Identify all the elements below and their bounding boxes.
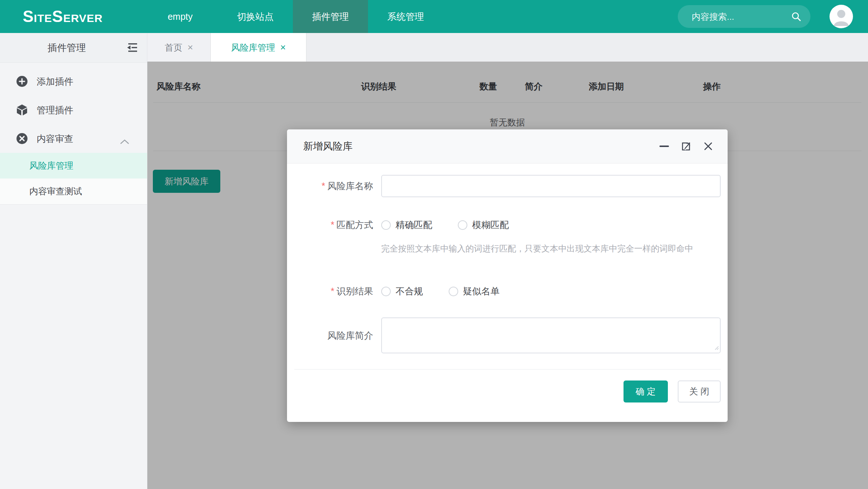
content-search-input[interactable] [691,5,784,29]
sidebar-item-label: 内容审查 [37,133,73,145]
nav-item-plugin-management[interactable]: 插件管理 [293,0,368,33]
radio-icon [381,287,391,296]
cube-icon [15,103,29,117]
user-avatar[interactable] [830,5,853,28]
tab-label: 风险库管理 [231,43,275,52]
sidebar-title: 插件管理 [48,33,86,62]
siteserver-logo-text: SITESERVER [23,8,103,25]
nav-item-switch-site[interactable]: 切换站点 [218,0,293,33]
maximize-button[interactable] [680,140,692,152]
sidebar-item-add-plugin[interactable]: 添加插件 [0,67,147,96]
radio-icon [458,220,467,230]
radio-non-compliant[interactable]: 不合规 [381,285,423,297]
confirm-button[interactable]: 确 定 [624,380,668,402]
logo-s1: S [23,7,34,25]
app-window: SITESERVER empty 切换站点 插件管理 系统管理 [0,0,868,489]
match-mode-label: *匹配方式 [287,219,373,231]
logo[interactable]: SITESERVER [0,0,143,33]
required-asterisk: * [321,181,325,191]
logo-t1: ITE [34,12,52,24]
close-icon [703,141,714,152]
dialog-close-button[interactable] [702,140,714,152]
submenu-divider [0,204,147,205]
nav-item-empty[interactable]: empty [143,0,218,33]
required-asterisk: * [331,286,334,296]
sidebar-subitem-risk-library[interactable]: 风险库管理 [0,153,147,179]
result-field-label: *识别结果 [287,285,373,297]
sidebar-item-content-review[interactable]: 内容审查 [0,124,147,153]
risk-library-description-textarea[interactable] [381,317,721,353]
tab-home[interactable]: 首页× [147,33,211,62]
logo-t2: ERVER [63,12,103,24]
close-icon[interactable]: × [280,42,286,53]
logo-s2: S [52,7,63,25]
radio-icon [449,287,458,296]
search-icon[interactable] [791,11,802,23]
minimize-button[interactable] [658,140,670,152]
sidebar-item-label: 管理插件 [37,104,73,116]
plus-circle-icon [15,75,29,88]
radio-label: 精确匹配 [396,219,432,231]
chevron-up-icon[interactable] [120,136,129,147]
risk-library-name-input[interactable] [381,175,721,197]
match-mode-help-text: 完全按照文本库中输入的词进行匹配，只要文本中出现文本库中完全一样的词即命中 [381,244,721,253]
maximize-icon [680,140,692,152]
top-nav: empty 切换站点 插件管理 系统管理 [143,0,443,33]
tab-label: 首页 [165,43,182,52]
tab-risk-library[interactable]: 风险库管理× [211,33,306,62]
close-button[interactable]: 关 闭 [678,380,721,402]
sidebar-subitem-content-review-test[interactable]: 内容审查测试 [0,179,147,204]
dialog-header: 新增风险库 [287,129,728,163]
x-circle-icon [15,132,29,145]
sidebar: 插件管理 [0,33,147,489]
match-mode-radio-group: 精确匹配 模糊匹配 [381,219,721,231]
collapse-sidebar-button[interactable] [126,42,139,54]
required-asterisk: * [331,220,334,230]
content-search [678,5,810,28]
radio-icon [381,220,391,230]
tab-bar: 首页× 风险库管理× [147,33,868,62]
radio-label: 模糊匹配 [472,219,509,231]
add-risk-library-dialog: 新增风险库 [287,129,728,422]
nav-item-system-management[interactable]: 系统管理 [368,0,443,33]
sidebar-submenu: 风险库管理 内容审查测试 [0,153,147,205]
radio-label: 疑似名单 [463,285,500,297]
radio-exact-match[interactable]: 精确匹配 [381,219,432,231]
sidebar-header: 插件管理 [0,33,147,63]
person-icon [830,5,853,28]
sidebar-item-manage-plugins[interactable]: 管理插件 [0,96,147,124]
dialog-title: 新增风险库 [303,140,658,153]
menu-fold-icon [126,42,139,54]
close-icon[interactable]: × [187,42,193,53]
resize-handle-icon[interactable] [714,345,719,352]
result-radio-group: 不合规 疑似名单 [381,285,721,297]
top-bar: SITESERVER empty 切换站点 插件管理 系统管理 [0,0,868,33]
dialog-footer: 确 定 关 闭 [287,369,728,402]
radio-label: 不合规 [396,285,423,297]
radio-fuzzy-match[interactable]: 模糊匹配 [458,219,509,231]
sidebar-item-label: 添加插件 [37,76,73,88]
minus-icon [659,146,669,147]
description-field-label: 风险库简介 [287,330,373,342]
radio-suspected-list[interactable]: 疑似名单 [449,285,500,297]
name-field-label: *风险库名称 [287,180,373,192]
